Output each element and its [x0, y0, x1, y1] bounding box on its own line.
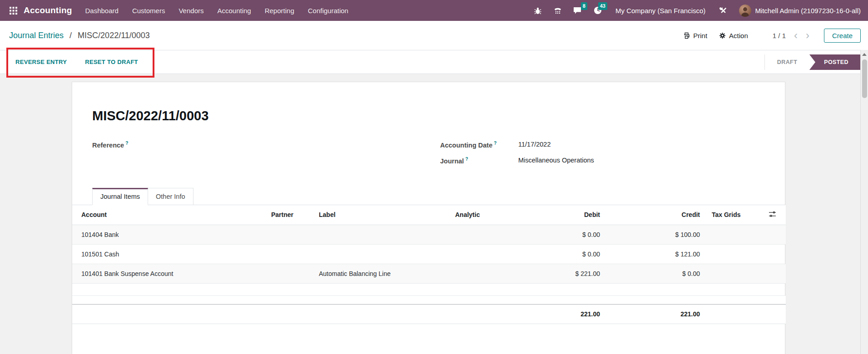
- create-button[interactable]: Create: [824, 29, 861, 43]
- status-posted[interactable]: POSTED: [809, 54, 860, 70]
- debug-bug-icon[interactable]: [529, 0, 546, 21]
- activities-clock-icon[interactable]: 43: [589, 0, 606, 21]
- reset-to-draft-button[interactable]: RESET TO DRAFT: [85, 59, 138, 65]
- tab-journal-items[interactable]: Journal Items: [92, 188, 148, 205]
- cell-debit[interactable]: $ 0.00: [547, 225, 608, 244]
- pager-next-icon[interactable]: ›: [806, 30, 809, 41]
- notebook-tabs: Journal Items Other Info: [72, 188, 785, 205]
- action-label: Action: [729, 32, 748, 39]
- table-spacer: [72, 295, 786, 304]
- statusbar-states: DRAFT POSTED: [764, 54, 860, 70]
- tools-wrench-icon[interactable]: [714, 0, 732, 21]
- cell-debit[interactable]: $ 221.00: [547, 264, 608, 283]
- column-header-partner[interactable]: Partner: [263, 205, 311, 225]
- breadcrumb-current: MISC/2022/11/0003: [78, 31, 150, 40]
- column-header-credit[interactable]: Credit: [608, 205, 708, 225]
- journal-help-icon: ?: [465, 157, 468, 162]
- table-row[interactable]: 101501 Cash $ 0.00 $ 121.00: [72, 244, 786, 264]
- form-view: MISC/2022/11/0003 Reference? Accounting …: [0, 74, 868, 354]
- status-draft[interactable]: DRAFT: [764, 54, 809, 70]
- pager-previous-icon[interactable]: ‹: [794, 30, 798, 41]
- company-switcher[interactable]: My Company (San Francisco): [609, 7, 712, 15]
- control-panel: Journal Entries / MISC/2022/11/0003 Prin…: [0, 21, 868, 50]
- scrollbar-thumb[interactable]: [862, 59, 867, 98]
- cell-analytic[interactable]: [447, 225, 547, 244]
- cell-account[interactable]: 101401 Bank Suspense Account: [72, 264, 263, 283]
- total-debit: 221.00: [547, 304, 608, 324]
- cell-extra[interactable]: [758, 225, 786, 244]
- messages-icon[interactable]: 8: [569, 0, 586, 21]
- phone-icon[interactable]: [549, 0, 566, 21]
- reference-label: Reference: [92, 142, 124, 149]
- pager-count: 1 / 1: [773, 32, 786, 39]
- breadcrumb: Journal Entries / MISC/2022/11/0003: [9, 31, 150, 40]
- cell-partner[interactable]: [263, 225, 311, 244]
- cell-analytic[interactable]: [447, 244, 547, 264]
- table-header-row: Account Partner Label Analytic Debit Cre…: [72, 205, 786, 225]
- pager: 1 / 1 ‹ ›: [773, 30, 809, 41]
- cell-debit[interactable]: $ 0.00: [547, 244, 608, 264]
- cell-credit[interactable]: $ 0.00: [608, 264, 708, 283]
- cell-extra[interactable]: [758, 264, 786, 283]
- cell-label[interactable]: [311, 225, 447, 244]
- form-sheet: MISC/2022/11/0003 Reference? Accounting …: [72, 82, 785, 354]
- accounting-date-label: Accounting Date?: [440, 141, 518, 149]
- column-header-tax-grids[interactable]: Tax Grids: [708, 205, 758, 225]
- accounting-date-field[interactable]: 11/17/2022: [518, 141, 551, 149]
- printer-icon: [683, 32, 690, 39]
- table-row[interactable]: 101404 Bank $ 0.00 $ 100.00: [72, 225, 786, 244]
- navbar: Accounting Dashboard Customers Vendors A…: [0, 0, 868, 21]
- user-menu[interactable]: Mitchell Admin (21097230-16-0-all): [734, 5, 861, 17]
- table-row[interactable]: 101401 Bank Suspense Account Automatic B…: [72, 264, 786, 283]
- action-button[interactable]: Action: [719, 32, 748, 39]
- cell-analytic[interactable]: [447, 264, 547, 283]
- messages-count-badge: 8: [581, 2, 587, 10]
- menu-customers[interactable]: Customers: [125, 0, 172, 21]
- cell-tax-grids[interactable]: [708, 264, 758, 283]
- apps-grid-icon[interactable]: [5, 0, 21, 21]
- app-title[interactable]: Accounting: [24, 5, 72, 15]
- print-button[interactable]: Print: [683, 32, 707, 39]
- cell-label[interactable]: [311, 244, 447, 264]
- app-window: Accounting Dashboard Customers Vendors A…: [0, 0, 868, 354]
- tab-other-info[interactable]: Other Info: [148, 188, 193, 205]
- total-credit: 221.00: [608, 304, 708, 324]
- main-menu: Dashboard Customers Vendors Accounting R…: [79, 0, 355, 21]
- breadcrumb-separator: /: [69, 31, 72, 40]
- accounting-date-help-icon: ?: [494, 141, 496, 146]
- vertical-scrollbar[interactable]: [860, 50, 868, 354]
- cell-account[interactable]: 101501 Cash: [72, 244, 263, 264]
- table-row-empty[interactable]: [72, 283, 786, 295]
- menu-dashboard[interactable]: Dashboard: [79, 0, 125, 21]
- column-header-analytic[interactable]: Analytic: [447, 205, 547, 225]
- reference-help-icon: ?: [125, 141, 128, 146]
- status-bar: REVERSE ENTRY RESET TO DRAFT DRAFT POSTE…: [0, 50, 868, 74]
- cell-account[interactable]: 101404 Bank: [72, 225, 263, 244]
- menu-reporting[interactable]: Reporting: [258, 0, 301, 21]
- cell-extra[interactable]: [758, 244, 786, 264]
- reverse-entry-button[interactable]: REVERSE ENTRY: [15, 59, 67, 65]
- cell-credit[interactable]: $ 100.00: [608, 225, 708, 244]
- optional-columns-icon[interactable]: [758, 205, 786, 225]
- cell-tax-grids[interactable]: [708, 244, 758, 264]
- journal-field[interactable]: Miscellaneous Operations: [518, 157, 594, 165]
- column-header-debit[interactable]: Debit: [547, 205, 608, 225]
- page-title: MISC/2022/11/0003: [92, 82, 765, 123]
- user-name: Mitchell Admin (21097230-16-0-all): [755, 7, 861, 15]
- cell-partner[interactable]: [263, 244, 311, 264]
- journal-label: Journal?: [440, 157, 518, 165]
- column-header-label[interactable]: Label: [311, 205, 447, 225]
- activities-count-badge: 43: [598, 2, 607, 10]
- cell-label[interactable]: Automatic Balancing Line: [311, 264, 447, 283]
- breadcrumb-journal-entries[interactable]: Journal Entries: [9, 31, 64, 40]
- user-avatar: [739, 5, 751, 17]
- scrollbar-up-arrow-icon[interactable]: [862, 53, 867, 56]
- menu-accounting[interactable]: Accounting: [210, 0, 258, 21]
- journal-items-table: Account Partner Label Analytic Debit Cre…: [72, 205, 786, 324]
- menu-vendors[interactable]: Vendors: [172, 0, 210, 21]
- cell-credit[interactable]: $ 121.00: [608, 244, 708, 264]
- menu-configuration[interactable]: Configuration: [301, 0, 355, 21]
- cell-partner[interactable]: [263, 264, 311, 283]
- cell-tax-grids[interactable]: [708, 225, 758, 244]
- column-header-account[interactable]: Account: [72, 205, 263, 225]
